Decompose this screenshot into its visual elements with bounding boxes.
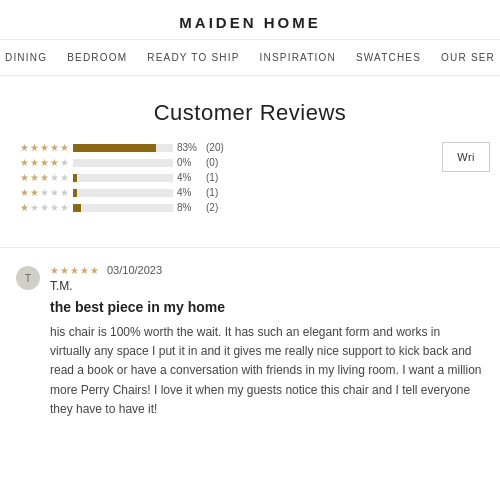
count-1: (2) <box>206 202 218 213</box>
stars-5: ★ ★ ★ ★ ★ <box>20 142 69 153</box>
bar-fill-5 <box>73 144 156 152</box>
rating-row-5: ★ ★ ★ ★ ★ 83% (20) <box>20 142 230 153</box>
review-date: 03/10/2023 <box>107 264 162 276</box>
site-header: MAIDEN HOME <box>0 0 500 40</box>
review-content: ★ ★ ★ ★ ★ 03/10/2023 T.M. the best piece… <box>50 264 484 419</box>
bar-fill-2 <box>73 189 77 197</box>
stars-2: ★ ★ ★ ★ ★ <box>20 187 69 198</box>
pct-1: 8% <box>177 202 202 213</box>
nav-item-dining[interactable]: DINING <box>0 48 57 67</box>
review-header: ★ ★ ★ ★ ★ 03/10/2023 <box>50 264 484 276</box>
rating-row-4: ★ ★ ★ ★ ★ 0% (0) <box>20 157 230 168</box>
pct-4: 0% <box>177 157 202 168</box>
bar-5 <box>73 144 173 152</box>
write-review-area: Wri <box>442 142 490 172</box>
section-divider <box>0 247 500 248</box>
avatar-initial: T <box>25 273 31 284</box>
bar-2 <box>73 189 173 197</box>
bar-fill-3 <box>73 174 77 182</box>
brand-logo[interactable]: MAIDEN HOME <box>0 14 500 31</box>
rating-row-2: ★ ★ ★ ★ ★ 4% (1) <box>20 187 230 198</box>
review-stars: ★ ★ ★ ★ ★ <box>50 265 99 276</box>
star-4: ★ <box>50 142 59 153</box>
review-title: the best piece in my home <box>50 299 484 315</box>
bar-1 <box>73 204 173 212</box>
star-1: ★ <box>20 142 29 153</box>
write-review-button[interactable]: Wri <box>442 142 490 172</box>
pct-5: 83% <box>177 142 202 153</box>
nav-item-bedroom[interactable]: BEDROOM <box>57 48 137 67</box>
bar-3 <box>73 174 173 182</box>
stars-3: ★ ★ ★ ★ ★ <box>20 172 69 183</box>
stars-1: ★ ★ ★ ★ ★ <box>20 202 69 213</box>
nav-item-our-ser[interactable]: OUR SER <box>431 48 500 67</box>
main-nav: DINING BEDROOM READY TO SHIP INSPIRATION… <box>0 40 500 76</box>
star-3: ★ <box>40 142 49 153</box>
nav-item-ready-to-ship[interactable]: READY TO SHIP <box>137 48 249 67</box>
review-body: his chair is 100% worth the wait. It has… <box>50 323 484 419</box>
rating-row-1: ★ ★ ★ ★ ★ 8% (2) <box>20 202 230 213</box>
page-title: Customer Reviews <box>0 76 500 142</box>
count-3: (1) <box>206 172 218 183</box>
pct-3: 4% <box>177 172 202 183</box>
nav-item-inspiration[interactable]: INSPIRATION <box>250 48 346 67</box>
count-4: (0) <box>206 157 218 168</box>
count-5: (20) <box>206 142 224 153</box>
rating-breakdown: ★ ★ ★ ★ ★ 83% (20) ★ ★ ★ ★ ★ <box>10 142 230 217</box>
reviews-section: ★ ★ ★ ★ ★ 83% (20) ★ ★ ★ ★ ★ <box>0 142 500 237</box>
bar-fill-1 <box>73 204 81 212</box>
review-card: T ★ ★ ★ ★ ★ 03/10/2023 T.M. the best pie… <box>0 264 500 439</box>
avatar-column: T <box>16 264 40 419</box>
pct-2: 4% <box>177 187 202 198</box>
star-2: ★ <box>30 142 39 153</box>
bar-4 <box>73 159 173 167</box>
rating-row-3: ★ ★ ★ ★ ★ 4% (1) <box>20 172 230 183</box>
count-2: (1) <box>206 187 218 198</box>
avatar: T <box>16 266 40 290</box>
reviewer-name: T.M. <box>50 279 484 293</box>
nav-item-swatches[interactable]: SWATCHES <box>346 48 431 67</box>
stars-4: ★ ★ ★ ★ ★ <box>20 157 69 168</box>
star-5: ★ <box>60 142 69 153</box>
